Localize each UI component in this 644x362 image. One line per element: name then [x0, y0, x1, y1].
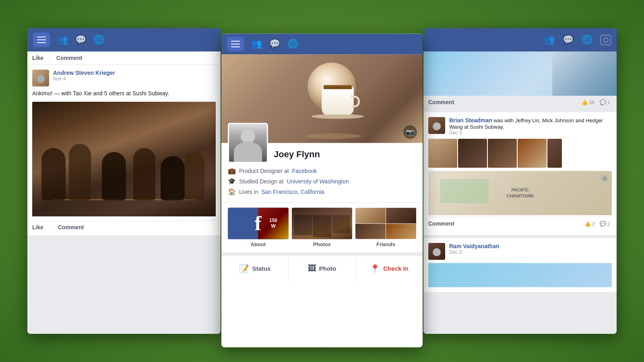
left-post-meta: Andrew Steven Krieger Nov 4	[53, 70, 115, 82]
comment-icon-2: 💬	[600, 221, 606, 227]
job-text: Product Designer at	[239, 168, 289, 174]
briefcase-icon: 💼	[228, 167, 236, 175]
left-avatar	[32, 70, 49, 86]
fb-logo-thumb: f 150 W	[228, 208, 289, 239]
like-button-left[interactable]: Like	[32, 224, 43, 230]
center-menu-button[interactable]	[227, 37, 244, 51]
right-top-action-row: Comment 👍 36 💬 1	[423, 96, 617, 109]
photo-btn[interactable]: 🖼 Photo	[289, 256, 356, 281]
photos-section[interactable]: Photos	[292, 208, 353, 247]
right-comment-btn-1[interactable]: Comment	[428, 99, 454, 105]
friend-photo-2	[386, 208, 416, 223]
right-avatar-3	[428, 243, 445, 260]
checkin-btn[interactable]: 📍 Check In	[356, 256, 423, 281]
divider	[221, 252, 423, 255]
right-globe-icon[interactable]: 🌐	[582, 35, 592, 45]
profile-name: Joey Flynn	[274, 149, 320, 162]
info-job: 💼 Product Designer at Facebook	[228, 167, 416, 175]
profile-name-area: Joey Flynn	[274, 149, 320, 163]
friend-photo-4	[386, 224, 416, 239]
left-feed: Like · Comment Andrew Steven Krieger Nov…	[27, 51, 221, 334]
friends-label: Friends	[376, 241, 395, 247]
right-counts-2: 👍 2 💬 2	[584, 221, 612, 227]
profile-thumbs: f 150 W About	[221, 202, 423, 252]
graduation-icon: 🎓	[228, 177, 236, 185]
about-section[interactable]: f 150 W About	[228, 208, 289, 247]
left-header: 👥 💬 🌐	[27, 28, 221, 51]
map-expand[interactable]: ⬡	[601, 174, 609, 182]
left-friends-icon[interactable]: 👥	[57, 35, 68, 45]
center-header: 👥 💬 🌐	[221, 33, 423, 54]
right-likes-1: 👍 36	[581, 99, 594, 105]
left-post-text: Ankimo! — with Tao Xie and 5 others at S…	[32, 90, 216, 98]
post-action-bar: 📝 Status 🖼 Photo 📍 Check In	[221, 255, 423, 281]
left-post-image	[32, 102, 216, 216]
right-post3-meta: Ram Vaidyanathan Dec 3	[449, 243, 500, 255]
right-post2-author: Brian Steadman was with Jeffrey Lin, Mic…	[449, 117, 612, 130]
photos-label: Photos	[313, 241, 331, 247]
profile-avatar	[228, 123, 268, 163]
right-post3-image	[428, 263, 612, 287]
comment-button-left[interactable]: Comment	[58, 224, 84, 230]
right-header: 👥 💬 🌐 ⬡	[423, 28, 617, 51]
left-like-btn[interactable]: Like	[32, 55, 43, 61]
center-globe-icon[interactable]: 🌐	[287, 39, 298, 49]
face-3	[488, 139, 517, 168]
left-messages-icon[interactable]: 💬	[75, 35, 86, 45]
center-messages-icon[interactable]: 💬	[269, 39, 280, 49]
photo-label: Photo	[319, 265, 336, 272]
right-faces-row	[428, 139, 612, 168]
checkin-icon: 📍	[370, 264, 380, 274]
info-location: 🏠 Lives in San Francisco, California	[228, 188, 416, 195]
photo-icon: 🖼	[308, 264, 316, 273]
friend-photo-1	[355, 208, 386, 223]
right-avatar-2	[428, 117, 445, 134]
left-comment-btn[interactable]: Comment	[56, 55, 83, 61]
left-post-actions: Like · Comment	[32, 220, 216, 230]
right-cover-image	[423, 51, 617, 96]
right-comment-btn-2[interactable]: Comment	[428, 220, 454, 227]
right-post2-header: Brian Steadman was with Jeffrey Lin, Mic…	[428, 117, 612, 136]
left-post-header: Andrew Steven Krieger Nov 4	[32, 70, 216, 86]
right-friends-icon[interactable]: 👥	[544, 35, 555, 45]
right-post2-actions: Comment 👍 2 💬 2	[428, 217, 612, 230]
left-card: 👥 💬 🌐 Like · Comment Andrew Steven Krieg…	[27, 28, 221, 334]
face-5	[547, 139, 562, 168]
home-icon: 🏠	[228, 188, 236, 195]
face-4	[518, 139, 547, 168]
photos-thumb	[292, 208, 353, 239]
right-post2-meta: Brian Steadman was with Jeffrey Lin, Mic…	[449, 117, 612, 136]
friends-section[interactable]: Friends	[355, 208, 416, 247]
right-messages-icon[interactable]: 💬	[563, 35, 574, 45]
right-feed: Comment 👍 36 💬 1 Brian St	[423, 51, 617, 334]
friend-photo-3	[355, 224, 386, 239]
right-counts-1: 👍 36 💬 1	[581, 99, 612, 105]
right-post3-author: Ram Vaidyanathan	[449, 243, 500, 249]
right-post-2: Brian Steadman was with Jeffrey Lin, Mic…	[423, 112, 617, 235]
uw-logo: 150 W	[258, 208, 288, 239]
face-2	[458, 139, 487, 168]
left-action-bar: Like · Comment	[27, 51, 221, 65]
friends-thumb	[355, 208, 416, 239]
status-btn[interactable]: 📝 Status	[221, 256, 289, 281]
right-share-icon[interactable]: ⬡	[601, 35, 611, 45]
job-link[interactable]: Facebook	[292, 168, 317, 174]
comment-icon-1: 💬	[600, 99, 606, 105]
camera-button[interactable]: 📷	[403, 125, 417, 139]
right-map: PACIFIC CHINATOWN ⬡	[428, 171, 612, 215]
location-link[interactable]: San Francisco, California	[261, 189, 324, 195]
checkin-label: Check In	[383, 265, 409, 272]
left-post-author: Andrew Steven Krieger	[53, 70, 115, 76]
left-post-date: Nov 4	[53, 76, 115, 82]
left-globe-icon[interactable]: 🌐	[93, 35, 104, 45]
location-text: Lives in	[239, 189, 258, 195]
left-menu-button[interactable]	[33, 33, 50, 47]
edu-link[interactable]: University of Washington	[287, 178, 349, 185]
status-label: Status	[252, 265, 271, 272]
right-post3-header: Ram Vaidyanathan Dec 3	[428, 243, 612, 260]
right-card: 👥 💬 🌐 ⬡ Comment 👍 36 💬 1	[423, 28, 617, 334]
face-1	[428, 139, 457, 168]
edu-text: Studied Design at	[239, 178, 284, 185]
right-post-3: Ram Vaidyanathan Dec 3	[423, 238, 617, 292]
center-friends-icon[interactable]: 👥	[251, 39, 262, 49]
